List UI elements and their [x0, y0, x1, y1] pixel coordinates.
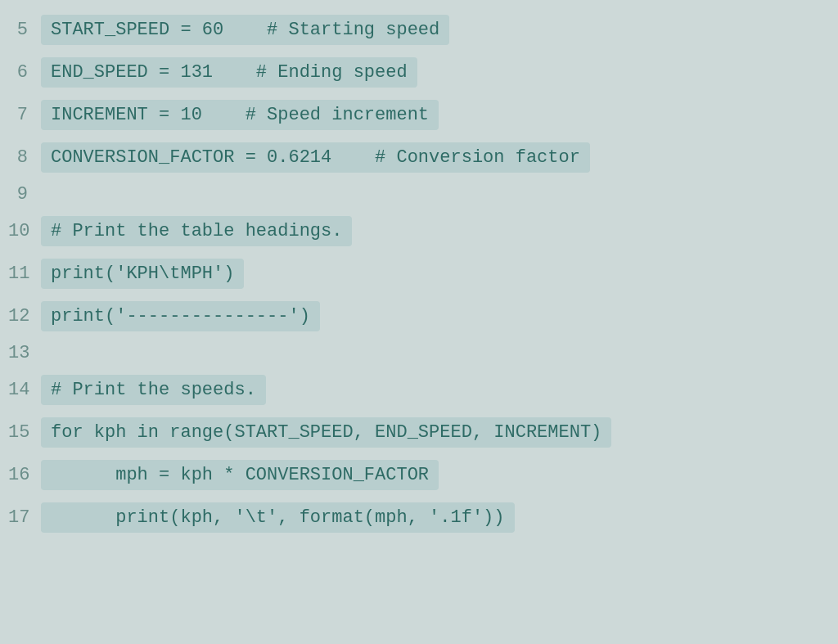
code-line: 10# Print the table headings.	[0, 209, 838, 252]
code-line: 8CONVERSION_FACTOR = 0.6214 # Conversion…	[0, 136, 838, 178]
line-code: # Print the speeds.	[41, 375, 266, 405]
line-code: INCREMENT = 10 # Speed increment	[41, 100, 439, 130]
line-code: print(kph, '\t', format(mph, '.1f'))	[41, 502, 515, 533]
line-number: 11	[8, 263, 41, 284]
line-code: print('KPH\tMPH')	[41, 259, 244, 289]
line-code: END_SPEED = 131 # Ending speed	[41, 57, 417, 88]
line-number: 5	[8, 20, 41, 40]
code-line: 13	[0, 337, 838, 368]
code-line: 11print('KPH\tMPH')	[0, 252, 838, 295]
code-line: 5START_SPEED = 60 # Starting speed	[0, 8, 838, 51]
line-number: 17	[8, 507, 41, 528]
line-code: for kph in range(START_SPEED, END_SPEED,…	[41, 417, 611, 448]
code-container: 5START_SPEED = 60 # Starting speed6END_S…	[0, 0, 838, 644]
code-line: 9	[0, 178, 838, 209]
code-line: 14# Print the speeds.	[0, 368, 838, 411]
line-code: START_SPEED = 60 # Starting speed	[41, 15, 449, 45]
code-line: 6END_SPEED = 131 # Ending speed	[0, 51, 838, 93]
line-number: 10	[8, 221, 41, 241]
line-number: 16	[8, 465, 41, 485]
line-number: 14	[8, 380, 41, 400]
line-number: 6	[8, 62, 41, 83]
code-line: 15for kph in range(START_SPEED, END_SPEE…	[0, 411, 838, 453]
code-line: 17 print(kph, '\t', format(mph, '.1f'))	[0, 496, 838, 538]
line-number: 8	[8, 147, 41, 168]
line-code: print('---------------')	[41, 301, 320, 331]
line-number: 13	[8, 343, 41, 363]
line-code: # Print the table headings.	[41, 216, 352, 246]
line-number: 9	[8, 184, 41, 205]
line-number: 12	[8, 306, 41, 327]
code-line: 7INCREMENT = 10 # Speed increment	[0, 93, 838, 136]
line-code: mph = kph * CONVERSION_FACTOR	[41, 460, 439, 490]
line-number: 7	[8, 105, 41, 125]
code-line: 16 mph = kph * CONVERSION_FACTOR	[0, 453, 838, 496]
line-number: 15	[8, 422, 41, 443]
code-line: 12print('---------------')	[0, 295, 838, 337]
line-code: CONVERSION_FACTOR = 0.6214 # Conversion …	[41, 142, 590, 173]
